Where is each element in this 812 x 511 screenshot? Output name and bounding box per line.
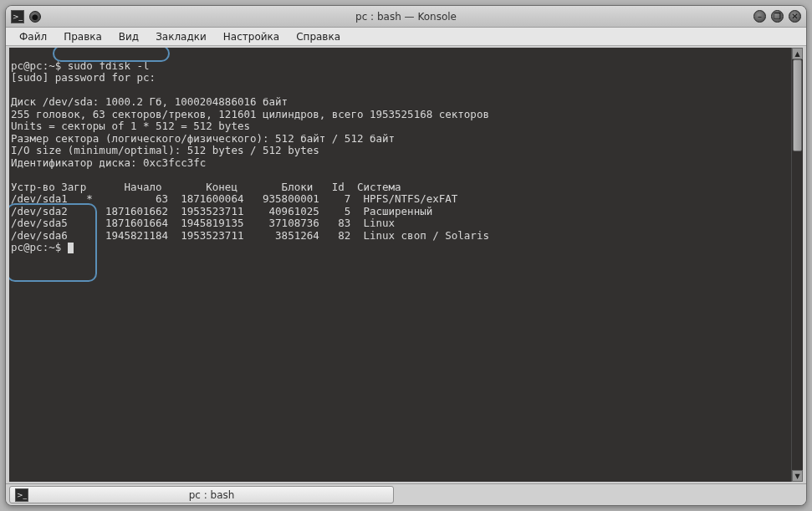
cursor (68, 243, 74, 253)
window-title: pc : bash — Konsole (6, 11, 806, 23)
output-units: Units = секторы of 1 * 512 = 512 bytes (11, 120, 250, 132)
prompt-user: pc@pc:~ (11, 59, 55, 72)
menu-help[interactable]: Справка (288, 29, 349, 44)
app-icon: >_ (11, 10, 24, 23)
tabbar: >_ pc : bash (6, 483, 806, 505)
command-text: sudo fdisk -l (68, 59, 150, 72)
output-io: I/O size (minimum/optimal): 512 bytes / … (11, 144, 319, 156)
output-disk: Диск /dev/sda: 1000.2 Гб, 1000204886016 … (11, 95, 288, 108)
sudo-prompt: [sudo] password for pc: (11, 71, 156, 84)
scroll-thumb[interactable] (793, 59, 802, 151)
scrollbar[interactable]: ▲ ▼ (791, 48, 803, 482)
close-button-left[interactable]: ● (29, 11, 41, 23)
terminal-wrapper: pc@pc:~$ sudo fdisk -l [sudo] password f… (9, 48, 803, 482)
tab-title: pc : bash (35, 489, 388, 501)
terminal[interactable]: pc@pc:~$ sudo fdisk -l [sudo] password f… (9, 48, 791, 482)
table-header: Устр-во Загр Начало Конец Блоки Id Систе… (11, 181, 401, 193)
table-row: /dev/sda5 1871601664 1945819135 37108736… (11, 217, 395, 229)
scroll-up-button[interactable]: ▲ (792, 48, 803, 59)
konsole-window: >_ ● pc : bash — Konsole – ❐ ✕ Файл Прав… (5, 5, 807, 506)
menu-bookmarks[interactable]: Закладки (147, 29, 215, 44)
output-heads: 255 головок, 63 секторов/треков, 121601 … (11, 108, 489, 120)
menu-file[interactable]: Файл (11, 29, 55, 44)
scroll-down-button[interactable]: ▼ (792, 470, 803, 482)
close-button[interactable]: ✕ (789, 10, 801, 23)
prompt-sep: $ (55, 59, 68, 72)
table-row: /dev/sda1 * 63 1871600064 935800001 7 HP… (11, 192, 457, 205)
table-row: /dev/sda2 1871601662 1953523711 40961025… (11, 205, 432, 217)
output-ident: Идентификатор диска: 0xc3fcc3fc (11, 156, 206, 169)
table-row: /dev/sda6 1945821184 1953523711 3851264 … (11, 229, 489, 242)
menu-view[interactable]: Вид (110, 29, 147, 44)
terminal-icon: >_ (15, 488, 28, 502)
menu-edit[interactable]: Правка (55, 29, 110, 44)
titlebar[interactable]: >_ ● pc : bash — Konsole – ❐ ✕ (6, 6, 806, 28)
prompt-ready: pc@pc:~$ (11, 241, 68, 253)
maximize-button[interactable]: ❐ (771, 10, 784, 23)
menubar: Файл Правка Вид Закладки Настройка Справ… (6, 28, 806, 46)
menu-settings[interactable]: Настройка (215, 29, 288, 44)
output-sector: Размер сектора (логического/физического)… (11, 132, 395, 145)
tab-active[interactable]: >_ pc : bash (9, 486, 394, 503)
minimize-button[interactable]: – (753, 10, 766, 23)
